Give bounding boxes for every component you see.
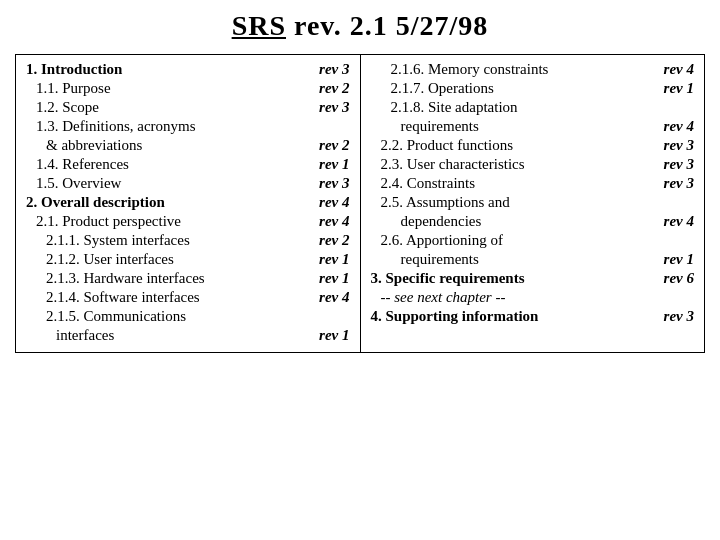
item-text: 2.1.8. Site adaptation — [371, 99, 653, 116]
item-rev: rev 1 — [656, 251, 694, 268]
item-text: 1.5. Overview — [26, 175, 308, 192]
item-rev: rev 1 — [312, 327, 350, 344]
item-text: 2.3. User characteristics — [371, 156, 653, 173]
item-rev: rev 3 — [312, 61, 350, 78]
srs-text: SRS — [232, 10, 286, 41]
list-item: 1. Introductionrev 3 — [26, 61, 350, 78]
item-rev: rev 4 — [656, 213, 694, 230]
list-item: 2.1.7. Operationsrev 1 — [371, 80, 695, 97]
item-text: 1.1. Purpose — [26, 80, 308, 97]
item-text: -- see next chapter -- — [371, 289, 653, 306]
item-rev: rev 4 — [312, 289, 350, 306]
list-item: 2.1.3. Hardware interfacesrev 1 — [26, 270, 350, 287]
item-rev: rev 4 — [312, 213, 350, 230]
item-text: 3. Specific requirements — [371, 270, 653, 287]
item-rev: rev 2 — [312, 137, 350, 154]
item-text: 4. Supporting information — [371, 308, 653, 325]
list-item: 2.5. Assumptions and — [371, 194, 695, 211]
item-text: 1.2. Scope — [26, 99, 308, 116]
item-text: 2.1.2. User interfaces — [26, 251, 308, 268]
list-item: interfacesrev 1 — [26, 327, 350, 344]
list-item: 2.1.8. Site adaptation — [371, 99, 695, 116]
item-text: 2.1. Product perspective — [26, 213, 308, 230]
item-rev: rev 3 — [656, 175, 694, 192]
item-text: dependencies — [371, 213, 653, 230]
item-rev: rev 3 — [656, 308, 694, 325]
item-text: 2.1.4. Software interfaces — [26, 289, 308, 306]
item-rev: rev 3 — [312, 99, 350, 116]
item-rev: rev 2 — [312, 80, 350, 97]
item-rev: rev 4 — [656, 118, 694, 135]
list-item: requirementsrev 4 — [371, 118, 695, 135]
item-text: 2.1.7. Operations — [371, 80, 653, 97]
page-title: SRS rev. 2.1 5/27/98 — [232, 10, 489, 42]
item-text: 1.4. References — [26, 156, 308, 173]
item-text: & abbreviations — [26, 137, 308, 154]
item-rev: rev 1 — [656, 80, 694, 97]
left-column: 1. Introductionrev 31.1. Purposerev 21.2… — [16, 55, 361, 353]
item-rev: rev 3 — [656, 156, 694, 173]
list-item: 4. Supporting informationrev 3 — [371, 308, 695, 325]
right-column: 2.1.6. Memory constraintsrev 42.1.7. Ope… — [360, 55, 705, 353]
list-item: 2.6. Apportioning of — [371, 232, 695, 249]
list-item: 2.1.4. Software interfacesrev 4 — [26, 289, 350, 306]
item-rev: rev 3 — [656, 137, 694, 154]
list-item: 1.5. Overviewrev 3 — [26, 175, 350, 192]
list-item: 1.3. Definitions, acronyms — [26, 118, 350, 135]
title-rest: rev. 2.1 5/27/98 — [286, 10, 488, 41]
item-rev: rev 4 — [312, 194, 350, 211]
item-rev: rev 4 — [656, 61, 694, 78]
item-text: 2.4. Constraints — [371, 175, 653, 192]
list-item: dependenciesrev 4 — [371, 213, 695, 230]
list-item: 3. Specific requirementsrev 6 — [371, 270, 695, 287]
list-item: 1.2. Scoperev 3 — [26, 99, 350, 116]
list-item: 2.1.6. Memory constraintsrev 4 — [371, 61, 695, 78]
list-item: 2. Overall descriptionrev 4 — [26, 194, 350, 211]
item-rev: rev 3 — [312, 175, 350, 192]
item-text: 2.5. Assumptions and — [371, 194, 653, 211]
list-item: 1.4. Referencesrev 1 — [26, 156, 350, 173]
item-text: 2.1.3. Hardware interfaces — [26, 270, 308, 287]
list-item: 2.2. Product functionsrev 3 — [371, 137, 695, 154]
item-rev: rev 1 — [312, 251, 350, 268]
list-item: 2.1.5. Communications — [26, 308, 350, 325]
item-rev: rev 1 — [312, 270, 350, 287]
item-text: 2.6. Apportioning of — [371, 232, 653, 249]
list-item: -- see next chapter -- — [371, 289, 695, 306]
item-text: 2.2. Product functions — [371, 137, 653, 154]
item-rev: rev 1 — [312, 156, 350, 173]
item-text: interfaces — [26, 327, 308, 344]
list-item: 2.4. Constraintsrev 3 — [371, 175, 695, 192]
item-text: 2.1.5. Communications — [26, 308, 308, 325]
list-item: 2.1.1. System interfacesrev 2 — [26, 232, 350, 249]
item-text: 2.1.1. System interfaces — [26, 232, 308, 249]
list-item: & abbreviationsrev 2 — [26, 137, 350, 154]
list-item: 2.1. Product perspectiverev 4 — [26, 213, 350, 230]
item-text: 1.3. Definitions, acronyms — [26, 118, 308, 135]
item-text: 1. Introduction — [26, 61, 308, 78]
list-item: requirementsrev 1 — [371, 251, 695, 268]
toc-table: 1. Introductionrev 31.1. Purposerev 21.2… — [15, 54, 705, 353]
item-text: requirements — [371, 251, 653, 268]
list-item: 2.3. User characteristicsrev 3 — [371, 156, 695, 173]
list-item: 2.1.2. User interfacesrev 1 — [26, 251, 350, 268]
item-text: 2.1.6. Memory constraints — [371, 61, 653, 78]
item-text: requirements — [371, 118, 653, 135]
item-rev: rev 2 — [312, 232, 350, 249]
list-item: 1.1. Purposerev 2 — [26, 80, 350, 97]
item-text: 2. Overall description — [26, 194, 308, 211]
item-rev: rev 6 — [656, 270, 694, 287]
